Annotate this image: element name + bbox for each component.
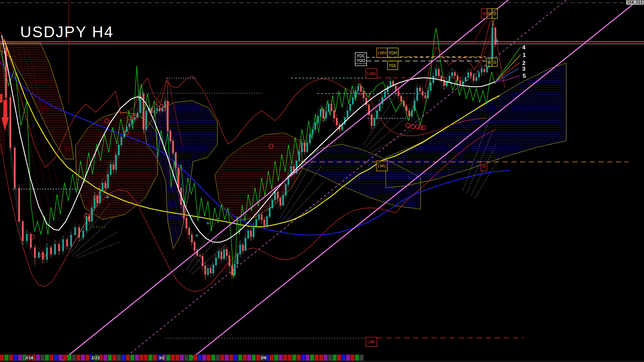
d-top-box[interactable]: D	[492, 9, 497, 18]
candle-body-down	[454, 72, 456, 76]
date-label: 3/2	[159, 355, 165, 360]
lwl-box[interactable]: LWL	[376, 161, 387, 171]
candle-body-up	[121, 137, 122, 145]
candle-body-up	[62, 239, 64, 251]
candle	[213, 263, 214, 277]
right-blue-cloud-high	[386, 63, 566, 188]
current-price-tag: 159.212	[626, 0, 644, 5]
lmh-box[interactable]: LMH	[366, 69, 377, 78]
strip-cell	[36, 355, 40, 361]
projection-fan-line[interactable]	[495, 55, 521, 82]
candle	[245, 235, 247, 252]
down-arrow-icon	[3, 100, 7, 118]
candle-body-down	[495, 27, 496, 45]
lwh-box[interactable]: LWH	[377, 48, 387, 58]
candle-body-up	[266, 217, 268, 226]
candle	[137, 109, 139, 119]
strip-cell	[45, 355, 49, 361]
strip-cell	[148, 355, 152, 361]
candle-body-down	[170, 131, 171, 141]
candle-body-up	[325, 111, 327, 118]
candle-body-up	[352, 97, 354, 104]
w-mid-box[interactable]: W	[486, 58, 492, 66]
candle-body-down	[242, 245, 244, 250]
date-label: 3/9	[260, 355, 266, 360]
ydc-ydo-box[interactable]: YDCYDO	[355, 53, 367, 66]
w-top-box[interactable]: W	[487, 9, 492, 18]
candle-body-up	[115, 155, 117, 170]
candle-body-up	[350, 104, 351, 111]
candle	[74, 226, 76, 236]
projection-fan-label: 4	[522, 44, 526, 51]
candle-body-up	[213, 265, 214, 273]
candle-body-down	[205, 265, 206, 275]
candle-body-up	[481, 69, 483, 73]
candle	[441, 74, 442, 82]
candle-body-down	[105, 183, 106, 188]
m-right-box[interactable]: M	[481, 162, 487, 171]
ydl-box[interactable]: YDL	[387, 61, 398, 70]
w-top-box-label: W	[488, 11, 492, 16]
candle	[22, 219, 24, 245]
strip-cell	[283, 355, 287, 361]
candle-body-down	[202, 256, 204, 266]
dotted-fan-segment	[77, 242, 119, 258]
candle	[189, 226, 190, 239]
strip-cell	[297, 355, 301, 361]
candle	[443, 78, 445, 89]
candle	[26, 231, 28, 244]
candle-body-up	[433, 76, 434, 83]
candle	[207, 266, 209, 277]
candle-body-up	[384, 91, 386, 98]
strip-cell	[292, 355, 296, 361]
candle	[446, 77, 448, 89]
projection-fan-label: 3	[522, 66, 525, 72]
candle-body-down	[400, 96, 402, 102]
candle-body-up	[328, 104, 330, 112]
candle-body-down	[18, 188, 20, 222]
candle-body-up	[390, 81, 391, 86]
candle	[223, 248, 225, 260]
lwl-box-label: LWL	[378, 164, 386, 168]
candle-body-up	[74, 227, 76, 235]
candle	[237, 252, 238, 268]
candle-body-up	[215, 257, 217, 265]
candle-body-down	[178, 168, 179, 188]
candle-body-down	[360, 86, 362, 92]
strip-cell	[144, 355, 148, 361]
candle	[248, 229, 249, 239]
candle-body-down	[366, 98, 367, 105]
candle-body-down	[194, 242, 196, 250]
strip-cell	[58, 355, 62, 361]
strip-cell	[279, 355, 283, 361]
left-red-block	[0, 94, 2, 103]
candle-body-down	[50, 247, 52, 254]
lml-box[interactable]: LML	[366, 337, 377, 347]
candle-body-up	[317, 116, 319, 123]
ydh-box[interactable]: YDH	[387, 48, 398, 58]
candle	[309, 132, 311, 147]
m-top-box[interactable]: M	[481, 9, 487, 18]
candle	[54, 240, 56, 256]
candle-body-down	[323, 109, 324, 118]
candle-body-down	[371, 115, 373, 126]
d-mid-box[interactable]: D	[492, 58, 497, 66]
candle	[78, 225, 80, 241]
candle-body-down	[10, 97, 11, 148]
candle-body-down	[113, 164, 114, 170]
candle	[435, 67, 437, 78]
strip-cell	[153, 355, 157, 361]
candle	[333, 109, 335, 122]
strip-cell	[341, 355, 345, 361]
candle-body-down	[186, 218, 187, 228]
candle-body-up	[476, 77, 477, 81]
strip-cell	[202, 355, 206, 361]
strip-cell	[117, 355, 121, 361]
strip-cell	[175, 355, 179, 361]
candle-body-up	[54, 244, 56, 254]
candle	[419, 85, 421, 95]
strip-cell	[193, 355, 197, 361]
candle-body-up	[285, 184, 287, 195]
strip-cell	[333, 355, 337, 361]
strip-cell	[238, 355, 242, 361]
